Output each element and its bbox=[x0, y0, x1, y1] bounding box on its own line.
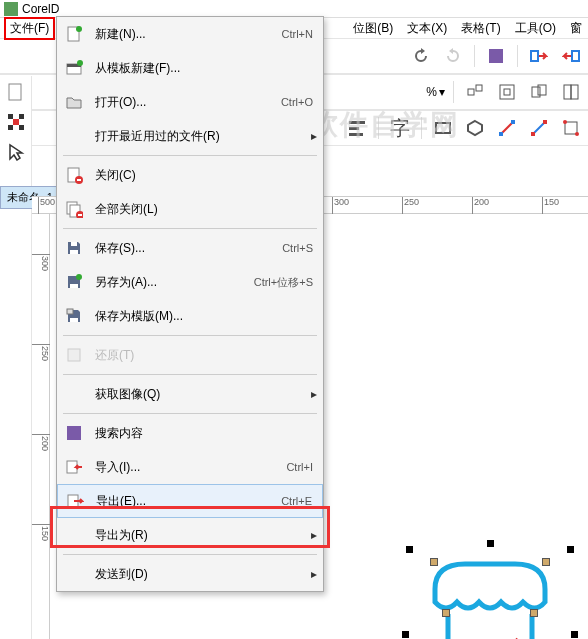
node1-icon[interactable] bbox=[494, 115, 520, 141]
shape4-icon[interactable] bbox=[558, 79, 584, 105]
shape1-icon[interactable] bbox=[462, 79, 488, 105]
svg-rect-18 bbox=[531, 132, 535, 136]
svg-rect-17 bbox=[511, 120, 515, 124]
svg-rect-19 bbox=[543, 120, 547, 124]
new-doc-icon bbox=[63, 23, 85, 45]
menu-export[interactable]: 导出(E)...Ctrl+E bbox=[57, 484, 323, 518]
ruler-vertical: 300 250 200 150 bbox=[32, 214, 50, 639]
menu-new-template[interactable]: 从模板新建(F)... bbox=[57, 51, 323, 85]
menu-save-as[interactable]: 另存为(A)...Ctrl+位移+S bbox=[57, 265, 323, 299]
menu-bitmap[interactable]: 位图(B) bbox=[347, 17, 399, 40]
svg-rect-26 bbox=[8, 125, 13, 130]
menu-file[interactable]: 文件(F) bbox=[4, 17, 55, 40]
selected-object[interactable] bbox=[420, 554, 560, 639]
revert-icon bbox=[63, 344, 85, 366]
chevron-right-icon: ▸ bbox=[311, 528, 317, 542]
shape3-icon[interactable] bbox=[526, 79, 552, 105]
tool-a-icon[interactable] bbox=[526, 43, 552, 69]
tool-b-icon[interactable] bbox=[558, 43, 584, 69]
svg-rect-16 bbox=[499, 132, 503, 136]
menu-revert: 还原(T) bbox=[57, 338, 323, 372]
menu-export-as[interactable]: 导出为(R)▸ bbox=[57, 518, 323, 552]
svg-rect-6 bbox=[504, 89, 510, 95]
chevron-right-icon: ▸ bbox=[311, 387, 317, 401]
svg-point-33 bbox=[77, 60, 83, 66]
close-doc-icon bbox=[63, 164, 85, 186]
menu-close-all[interactable]: 全部关闭(L) bbox=[57, 192, 323, 226]
svg-rect-28 bbox=[13, 119, 19, 125]
svg-rect-2 bbox=[572, 51, 579, 61]
svg-rect-4 bbox=[476, 85, 482, 91]
svg-rect-45 bbox=[68, 349, 80, 361]
toolbox bbox=[0, 76, 32, 639]
menu-open[interactable]: 打开(O)...Ctrl+O bbox=[57, 85, 323, 119]
hex-tool-icon[interactable] bbox=[462, 115, 488, 141]
tool-pick-icon[interactable] bbox=[1, 138, 31, 166]
menu-recent[interactable]: 打开最近用过的文件(R)▸ bbox=[57, 119, 323, 153]
svg-rect-25 bbox=[19, 114, 24, 119]
svg-rect-24 bbox=[8, 114, 13, 119]
watermark: 软件自学网 bbox=[310, 106, 460, 144]
import-icon bbox=[63, 456, 85, 478]
svg-rect-5 bbox=[500, 85, 514, 99]
app-logo-icon bbox=[4, 2, 18, 16]
menu-save[interactable]: 保存(S)...Ctrl+S bbox=[57, 231, 323, 265]
menu-new[interactable]: 新建(N)...Ctrl+N bbox=[57, 17, 323, 51]
tool-purple-icon[interactable] bbox=[483, 43, 509, 69]
menu-acquire-image[interactable]: 获取图像(Q)▸ bbox=[57, 377, 323, 411]
app-title: CorelD bbox=[22, 2, 59, 16]
search-content-icon bbox=[63, 422, 85, 444]
close-all-icon bbox=[63, 198, 85, 220]
svg-rect-23 bbox=[9, 84, 21, 100]
shape2-icon[interactable] bbox=[494, 79, 520, 105]
menu-text[interactable]: 文本(X) bbox=[401, 17, 453, 40]
svg-rect-10 bbox=[571, 85, 578, 99]
save-template-icon bbox=[63, 305, 85, 327]
svg-marker-15 bbox=[468, 121, 482, 135]
svg-point-30 bbox=[76, 26, 82, 32]
file-menu-dropdown: 新建(N)...Ctrl+N 从模板新建(F)... 打开(O)...Ctrl+… bbox=[56, 16, 324, 592]
svg-rect-27 bbox=[19, 125, 24, 130]
tool-new-icon[interactable] bbox=[1, 78, 31, 106]
tool-select-icon[interactable] bbox=[1, 108, 31, 136]
chevron-right-icon: ▸ bbox=[311, 567, 317, 581]
menu-search[interactable]: 搜索内容 bbox=[57, 416, 323, 450]
menu-save-template[interactable]: 保存为模版(M)... bbox=[57, 299, 323, 333]
menu-window[interactable]: 窗 bbox=[564, 17, 588, 40]
svg-point-22 bbox=[575, 132, 579, 136]
menu-tools[interactable]: 工具(O) bbox=[509, 17, 562, 40]
svg-rect-0 bbox=[489, 49, 503, 63]
svg-rect-43 bbox=[70, 318, 78, 322]
node3-icon[interactable] bbox=[558, 115, 584, 141]
save-as-icon bbox=[63, 271, 85, 293]
svg-rect-40 bbox=[71, 242, 77, 246]
zoom-pct[interactable]: %▾ bbox=[426, 85, 445, 99]
chevron-right-icon: ▸ bbox=[311, 129, 317, 143]
svg-point-42 bbox=[76, 274, 82, 280]
new-template-icon bbox=[63, 57, 85, 79]
menu-import[interactable]: 导入(I)...Ctrl+I bbox=[57, 450, 323, 484]
svg-rect-41 bbox=[70, 284, 78, 288]
menu-send-to[interactable]: 发送到(D)▸ bbox=[57, 557, 323, 591]
svg-rect-1 bbox=[531, 51, 538, 61]
svg-rect-9 bbox=[564, 85, 571, 99]
node2-icon[interactable] bbox=[526, 115, 552, 141]
svg-rect-44 bbox=[67, 309, 73, 314]
open-icon bbox=[63, 91, 85, 113]
menu-close[interactable]: 关闭(C) bbox=[57, 158, 323, 192]
menu-table[interactable]: 表格(T) bbox=[455, 17, 506, 40]
undo-icon[interactable] bbox=[408, 43, 434, 69]
export-icon bbox=[64, 490, 86, 512]
svg-rect-20 bbox=[565, 122, 577, 134]
svg-rect-3 bbox=[468, 89, 474, 95]
svg-rect-46 bbox=[67, 426, 81, 440]
svg-point-21 bbox=[563, 120, 567, 124]
redo-icon bbox=[440, 43, 466, 69]
save-icon bbox=[63, 237, 85, 259]
svg-rect-39 bbox=[70, 250, 78, 254]
